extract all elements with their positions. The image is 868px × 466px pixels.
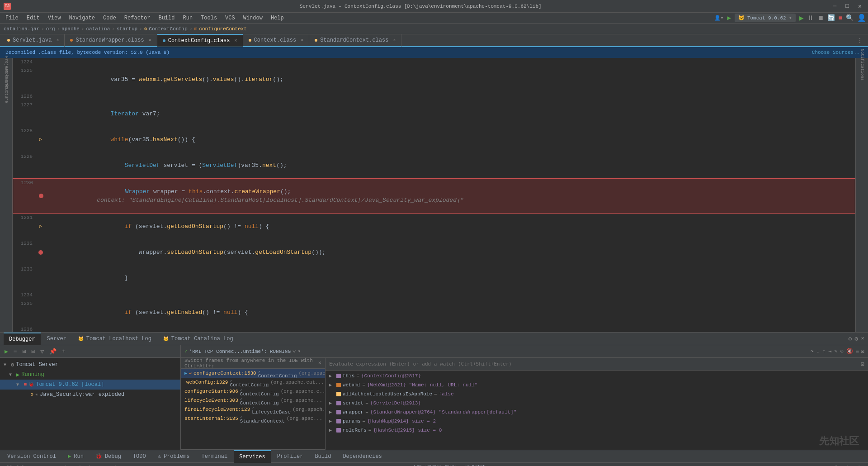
footer-tab-todo[interactable]: TODO: [127, 450, 151, 463]
breadcrumb-org[interactable]: org: [46, 26, 55, 32]
footer-tab-profiler[interactable]: Profiler: [272, 450, 309, 463]
debug-breakpoints[interactable]: ⊙: [840, 348, 844, 355]
tab-contextconfig[interactable]: ContextConfig.class ×: [157, 34, 243, 47]
services-add-button[interactable]: +: [60, 347, 67, 356]
services-expand-button[interactable]: ⊞: [21, 347, 28, 356]
tab-standardwrapper[interactable]: StandardWrapper.class ×: [65, 34, 157, 47]
debug-evaluate[interactable]: ✎: [835, 348, 838, 355]
footer-tab-terminal[interactable]: Terminal: [196, 450, 233, 463]
evaluate-expression-input[interactable]: [329, 361, 861, 367]
services-collapse-button[interactable]: ≡: [12, 347, 19, 356]
footer-tab-services[interactable]: Services: [234, 450, 271, 463]
tab-tomcat-localhost-log[interactable]: 🐱 Tomcat Localhost Log: [73, 333, 157, 345]
panel-gear-icon[interactable]: ⚙: [854, 335, 858, 342]
tab-close-standardcontext[interactable]: ×: [393, 38, 396, 43]
menu-tools[interactable]: Tools: [197, 14, 221, 22]
minimize-button[interactable]: ─: [830, 2, 840, 10]
var-item-params[interactable]: ▶ params = {HashMap@2914} size = 2: [326, 417, 868, 426]
menu-view[interactable]: View: [44, 14, 65, 22]
filter-down-icon[interactable]: ▾: [297, 348, 301, 355]
debug-step-out[interactable]: ↑: [822, 348, 826, 355]
frame-item-3[interactable]: lifecycleEvent:303 , ContextConfig (org.…: [181, 396, 325, 405]
run-config-selector[interactable]: 🐱 Tomcat 9.0.62 ▾: [735, 14, 796, 22]
tab-standardcontext[interactable]: StandardContext.class ×: [309, 34, 401, 47]
menu-code[interactable]: Code: [99, 14, 120, 22]
services-group-button[interactable]: ⊟: [29, 347, 37, 356]
menu-file[interactable]: File: [2, 14, 22, 22]
footer-tab-build[interactable]: Build: [309, 450, 336, 463]
debug-mute[interactable]: 🔇: [846, 348, 853, 355]
services-pin-button[interactable]: 📌: [47, 347, 58, 356]
code-editor[interactable]: 1224 1225 var35 = webxml.getServlets().v…: [13, 58, 855, 332]
tree-item-running[interactable]: ▼ ▶ Running: [0, 370, 180, 380]
toolbar-run-button[interactable]: ▶: [727, 14, 731, 22]
breadcrumb-startup[interactable]: startup: [117, 26, 137, 32]
frame-item-1[interactable]: webConfig:1329 , ContextConfig (org.apac…: [181, 378, 325, 387]
tree-item-tomcat-server[interactable]: ▼ ⚙ Tomcat Server: [0, 360, 180, 370]
tab-server[interactable]: Server: [42, 333, 72, 345]
tab-overflow-button[interactable]: ⋮: [854, 35, 866, 46]
close-button[interactable]: ✕: [855, 2, 864, 11]
breadcrumb-jar[interactable]: catalina.jar: [4, 26, 39, 32]
var-item-webxml[interactable]: ▶ webxml = {WebXml@2821} "Name: null, UR…: [326, 380, 868, 390]
menu-edit[interactable]: Edit: [23, 14, 43, 22]
footer-tab-dependencies[interactable]: Dependencies: [337, 450, 387, 463]
vars-panel-expand[interactable]: ⊡: [861, 361, 864, 368]
services-filter-button[interactable]: ▽: [38, 347, 46, 356]
menu-navigate[interactable]: Navigate: [65, 14, 99, 22]
breadcrumb-apache[interactable]: apache: [61, 26, 80, 32]
var-item-allauthenticated[interactable]: allAuthenticatedUsersIsAppRole = false: [326, 390, 868, 399]
run-button[interactable]: ▶: [799, 14, 804, 23]
debug-step-into[interactable]: ↓: [816, 348, 820, 355]
debug-step-over[interactable]: ↷: [811, 348, 814, 355]
footer-tab-problems[interactable]: ⚠ Problems: [152, 450, 195, 463]
maximize-button[interactable]: □: [843, 2, 852, 10]
toolbar-pause-button[interactable]: ⏸: [807, 14, 814, 22]
debug-more[interactable]: ≡: [856, 348, 859, 355]
menu-run[interactable]: Run: [179, 14, 196, 22]
services-play-button[interactable]: ▶: [3, 347, 10, 356]
var-item-servlet[interactable]: ▶ servlet = {ServletDef@2913}: [326, 399, 868, 408]
tab-tomcat-catalina-log[interactable]: 🐱 Tomcat Catalina Log: [158, 333, 239, 345]
tree-item-tomcat-local[interactable]: ▼ ■ 🐞 Tomcat 9.0.62 [local]: [0, 380, 180, 390]
frame-item-2[interactable]: configureStart:986 , ContextConfig (org.…: [181, 387, 325, 396]
menu-bar: File Edit View Navigate Code Refactor Bu…: [0, 13, 868, 24]
sidebar-structure-icon[interactable]: Structure: [1, 87, 11, 97]
menu-build[interactable]: Build: [155, 14, 178, 22]
notifications-icon[interactable]: Notifications: [857, 60, 867, 70]
tab-close-contextconfig[interactable]: ×: [235, 38, 237, 43]
panel-settings-icon[interactable]: ⚙: [849, 335, 852, 342]
var-item-this[interactable]: ▶ this = {ContextConfig@2817}: [326, 371, 868, 380]
tab-context[interactable]: Context.class ×: [243, 34, 310, 47]
tree-item-java-security[interactable]: ⚙ ✳ Java_Security:war exploded: [0, 390, 180, 399]
tab-servlet-java[interactable]: Servlet.java ×: [2, 34, 65, 47]
var-item-rolerefs[interactable]: ▶ roleRefs = {HashSet@2915} size = 0: [326, 426, 868, 435]
menu-vcs[interactable]: VCS: [222, 14, 239, 22]
filter-icon[interactable]: ▽: [292, 348, 296, 355]
menu-refactor[interactable]: Refactor: [121, 14, 154, 22]
breadcrumb-contextconfig[interactable]: ⚙ ContextConfig: [144, 26, 188, 32]
menu-window[interactable]: Window: [240, 14, 266, 22]
footer-tab-debug[interactable]: 🐞 Debug: [90, 450, 127, 463]
footer-tab-version-control[interactable]: Version Control: [2, 450, 61, 463]
tab-close-servlet[interactable]: ×: [56, 38, 59, 43]
panel-expand-icon[interactable]: ⊡: [861, 348, 864, 355]
debug-run-cursor[interactable]: ⇥: [828, 348, 831, 355]
frame-item-0[interactable]: ▶ ↩ configureContext:1530 , ContextConfi…: [181, 369, 325, 378]
var-icon-allauth: [336, 392, 341, 396]
frame-item-4[interactable]: fireLifecycleEvent:123 , LifecycleBase (…: [181, 405, 325, 414]
frames-close[interactable]: ×: [318, 360, 321, 366]
breadcrumb-catalina[interactable]: catalina: [86, 26, 110, 32]
code-line-1224: 1224: [13, 58, 855, 67]
connection-label: *RMI TCP Connec...untime*: RUNNING: [189, 349, 291, 354]
panel-close-icon[interactable]: ×: [861, 335, 864, 342]
choose-sources-button[interactable]: Choose Sources...: [812, 50, 863, 55]
tab-close-context[interactable]: ×: [301, 38, 303, 43]
tab-close-standardwrapper[interactable]: ×: [149, 38, 151, 43]
footer-tab-run[interactable]: ▶ Run: [62, 450, 89, 463]
tab-debugger[interactable]: Debugger: [4, 333, 41, 345]
var-item-wrapper[interactable]: ▶ wrapper = {StandardWrapper@2764} "Stan…: [326, 408, 868, 417]
menu-help[interactable]: Help: [267, 14, 288, 22]
frame-item-5[interactable]: startInternal:5135 , StandardContext (or…: [181, 414, 325, 423]
breadcrumb-method[interactable]: m configureContext: [194, 26, 247, 32]
